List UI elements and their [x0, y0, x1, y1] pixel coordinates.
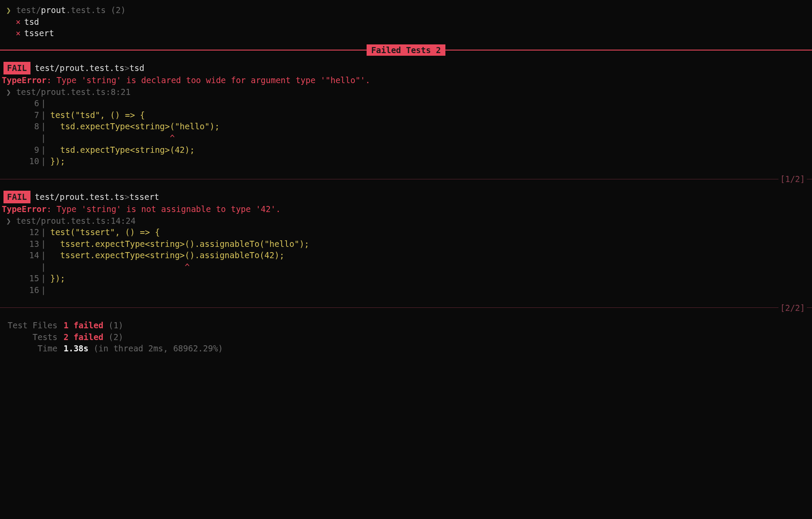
- divider-line: [0, 50, 367, 51]
- divider-line: [0, 307, 778, 308]
- code-snippet: 12|test("tssert", () => {13| tssert.expe…: [0, 226, 812, 296]
- caret-line: | ^: [2, 132, 812, 144]
- summary-label: Tests: [2, 331, 59, 343]
- error-location: ❯ test/prout.test.ts:14:24: [0, 215, 812, 227]
- code-line: 14| tssert.expectType<string>().assignab…: [2, 249, 812, 261]
- failure-test-name: tssert: [129, 191, 159, 203]
- line-number: 8: [2, 121, 41, 132]
- error-line: TypeError: Type 'string' is declared too…: [0, 74, 812, 86]
- code-line: 8| tsd.expectType<string>("hello");: [2, 121, 812, 132]
- summary-value: 2 failed: [64, 332, 104, 342]
- fail-x-icon: ×: [16, 17, 20, 27]
- failure-counter: [1/2]: [778, 173, 807, 185]
- gutter-pipe: |: [41, 155, 50, 167]
- line-number: 10: [2, 155, 41, 167]
- divider-line: [807, 307, 812, 308]
- summary-label: Time: [2, 343, 59, 354]
- gutter-pipe: |: [41, 121, 50, 132]
- failure-sep: >: [125, 191, 129, 203]
- summary-tests: Tests 2 failed (2): [2, 331, 812, 343]
- failure-header: FAILtest/prout.test.ts > tssert: [0, 191, 812, 203]
- gutter-pipe: |: [41, 249, 50, 261]
- code-snippet: 6|7|test("tsd", () => {8| tsd.expectType…: [0, 98, 812, 167]
- code-text: ^: [50, 261, 189, 273]
- location-text: test/prout.test.ts:8:21: [16, 87, 131, 97]
- failure-path: test/prout.test.ts: [35, 62, 125, 74]
- gutter-pipe: |: [41, 132, 50, 144]
- line-number: 15: [2, 273, 41, 284]
- file-path-suffix: .test.ts: [66, 5, 106, 15]
- line-number: 9: [2, 144, 41, 156]
- failure-counter: [2/2]: [778, 302, 807, 314]
- failed-tests-divider: Failed Tests 2: [0, 44, 812, 56]
- code-text: tssert.expectType<string>().assignableTo…: [50, 249, 284, 261]
- line-number: 12: [2, 226, 41, 238]
- summary-time: Time 1.38s (in thread 2ms, 68962.29%): [2, 343, 812, 354]
- file-path-prefix: test/: [16, 5, 41, 15]
- summary-suffix: (in thread 2ms, 68962.29%): [94, 344, 223, 353]
- fail-badge: FAIL: [3, 62, 30, 74]
- line-number: 7: [2, 109, 41, 121]
- error-type: TypeError: [2, 75, 47, 85]
- failed-test-item: ×tsd: [0, 16, 812, 28]
- divider-label: Failed Tests 2: [367, 44, 445, 56]
- summary-suffix: (1): [108, 320, 123, 330]
- gutter-pipe: |: [41, 109, 50, 121]
- failed-test-name: tssert: [24, 28, 54, 38]
- failure-divider: [1/2]: [0, 173, 812, 185]
- code-text: ^: [50, 132, 175, 144]
- code-line: 12|test("tssert", () => {: [2, 226, 812, 238]
- code-line: 6|: [2, 98, 812, 109]
- summary-test-files: Test Files 1 failed (1): [2, 320, 812, 331]
- failure-path: test/prout.test.ts: [35, 191, 125, 203]
- failure-block: FAILtest/prout.test.ts > tsdTypeError: T…: [0, 62, 812, 185]
- code-line: 15|});: [2, 273, 812, 284]
- gutter-pipe: |: [41, 238, 50, 250]
- caret-line: | ^: [2, 261, 812, 273]
- gutter-pipe: |: [41, 261, 50, 273]
- code-text: tsd.expectType<string>(42);: [50, 144, 195, 156]
- divider-line: [807, 179, 812, 179]
- summary-label: Test Files: [2, 320, 59, 331]
- location-text: test/prout.test.ts:14:24: [16, 216, 136, 226]
- code-text: tsd.expectType<string>("hello");: [50, 121, 219, 132]
- error-message: : Type 'string' is not assignable to typ…: [47, 204, 281, 214]
- code-line: 7|test("tsd", () => {: [2, 109, 812, 121]
- code-line: 9| tsd.expectType<string>(42);: [2, 144, 812, 156]
- code-line: 16|: [2, 284, 812, 296]
- code-text: test("tsd", () => {: [50, 109, 145, 121]
- test-count: (2): [111, 5, 125, 15]
- summary-value: 1 failed: [64, 320, 104, 330]
- failure-block: FAILtest/prout.test.ts > tssertTypeError…: [0, 191, 812, 313]
- failure-header: FAILtest/prout.test.ts > tsd: [0, 62, 812, 74]
- line-number: 14: [2, 249, 41, 261]
- gutter-pipe: |: [41, 273, 50, 284]
- error-line: TypeError: Type 'string' is not assignab…: [0, 203, 812, 215]
- gutter-pipe: |: [41, 98, 50, 109]
- gutter-pipe: |: [41, 226, 50, 238]
- code-text: });: [50, 273, 65, 284]
- summary-value: 1.38s: [64, 344, 88, 353]
- summary-suffix: (2): [108, 332, 123, 342]
- line-number: 16: [2, 284, 41, 296]
- code-line: 10|});: [2, 155, 812, 167]
- line-number: 6: [2, 98, 41, 109]
- error-type: TypeError: [2, 204, 47, 214]
- chevron-icon: ❯: [6, 87, 16, 97]
- code-text: tssert.expectType<string>().assignableTo…: [50, 238, 309, 250]
- gutter-pipe: |: [41, 284, 50, 296]
- file-name: prout: [41, 5, 66, 15]
- line-number: [2, 132, 41, 144]
- chevron-icon: ❯: [6, 216, 16, 226]
- summary-block: Test Files 1 failed (1) Tests 2 failed (…: [0, 320, 812, 354]
- line-number: 13: [2, 238, 41, 250]
- fail-badge: FAIL: [3, 191, 30, 203]
- code-text: });: [50, 155, 65, 167]
- error-location: ❯ test/prout.test.ts:8:21: [0, 86, 812, 98]
- divider-line: [0, 179, 778, 179]
- code-text: test("tssert", () => {: [50, 226, 160, 238]
- line-number: [2, 261, 41, 273]
- test-file-header: ❯ test/prout.test.ts (2): [0, 4, 812, 16]
- fail-x-icon: ×: [16, 28, 20, 38]
- divider-line: [445, 50, 812, 51]
